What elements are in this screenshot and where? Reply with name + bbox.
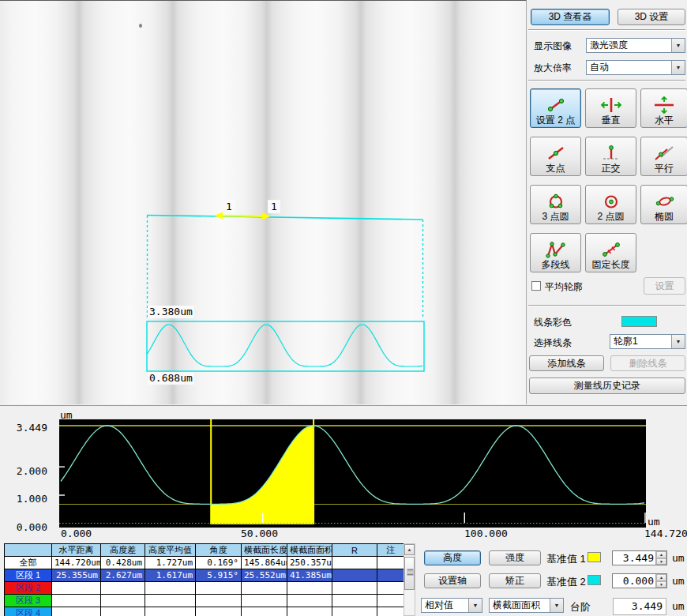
table-cell[interactable]: 5.915° bbox=[196, 569, 242, 582]
region-boundary-left[interactable] bbox=[210, 419, 212, 524]
tool-ellipse-button[interactable]: 椭圆 bbox=[640, 185, 687, 224]
table-cell[interactable] bbox=[377, 557, 405, 569]
tool-parallel-line-button[interactable]: 平行 bbox=[640, 137, 687, 176]
tool-pivot-line-button[interactable]: 支点 bbox=[530, 137, 581, 176]
chevron-down-icon[interactable]: ▼ bbox=[550, 599, 563, 612]
plot-canvas[interactable] bbox=[59, 419, 646, 528]
table-cell[interactable] bbox=[287, 582, 332, 595]
table-cell[interactable] bbox=[377, 582, 405, 595]
spin-down-icon[interactable]: ▼ bbox=[656, 581, 666, 588]
table-cell[interactable]: 1.727um bbox=[145, 557, 196, 569]
segment-line[interactable] bbox=[218, 216, 267, 216]
measure-line[interactable] bbox=[147, 216, 422, 220]
row-label[interactable]: 区段 1 bbox=[5, 569, 52, 582]
table-cell[interactable] bbox=[196, 607, 242, 616]
table-cell[interactable]: 25.355um bbox=[52, 569, 101, 582]
ref1-spinner[interactable]: 3.449 ▲▼ bbox=[612, 550, 667, 565]
table-cell[interactable] bbox=[196, 582, 242, 595]
table-cell[interactable] bbox=[332, 557, 377, 569]
row-label[interactable]: 全部 bbox=[5, 557, 52, 569]
scrollbar-thumb[interactable] bbox=[404, 557, 415, 590]
table-cell[interactable]: 41.385um2 bbox=[287, 569, 332, 582]
row-label[interactable]: 区段 3 bbox=[5, 595, 52, 607]
table-row[interactable]: 区段 3 bbox=[5, 595, 405, 607]
3d-viewer-button[interactable]: 3D 查看器 bbox=[531, 9, 610, 25]
table-cell[interactable] bbox=[101, 595, 145, 607]
chevron-down-icon[interactable]: ▼ bbox=[671, 39, 685, 52]
table-cell[interactable] bbox=[332, 569, 377, 582]
add-line-button[interactable]: 添加线条 bbox=[529, 355, 604, 371]
tool-two-point-line-button[interactable]: 设置 2 点 bbox=[530, 88, 581, 128]
row-label[interactable]: 区段 4 bbox=[5, 607, 52, 616]
table-cell[interactable]: 0.169° bbox=[196, 557, 242, 569]
tool-circle-3pt-button[interactable]: 3 点圆 bbox=[530, 185, 581, 224]
spin-up-icon[interactable]: ▲ bbox=[656, 551, 666, 558]
table-cell[interactable] bbox=[145, 582, 196, 595]
spin-down-icon[interactable]: ▼ bbox=[656, 558, 666, 565]
average-profile-settings-button[interactable]: 设置 bbox=[644, 277, 685, 295]
microscope-image[interactable]: 1 1 3.380um 0.688um bbox=[0, 0, 527, 404]
table-cell[interactable] bbox=[287, 607, 332, 616]
chevron-down-icon[interactable]: ▼ bbox=[671, 335, 685, 348]
spin-up-icon[interactable]: ▲ bbox=[656, 574, 666, 581]
table-cell[interactable]: 144.720um bbox=[52, 557, 101, 569]
table-cell[interactable] bbox=[145, 607, 196, 616]
row-label[interactable]: 区段 2 bbox=[5, 582, 52, 595]
magnification-select[interactable]: 自动 ▼ bbox=[586, 60, 685, 75]
intensity-mode-button[interactable]: 强度 bbox=[489, 550, 541, 565]
average-profile-checkbox[interactable] bbox=[531, 281, 541, 291]
table-cell[interactable] bbox=[287, 595, 332, 607]
tool-polyline-button[interactable]: 多段线 bbox=[530, 233, 581, 272]
table-cell[interactable]: 145.864um bbox=[242, 557, 287, 569]
table-row[interactable]: 区段 4 bbox=[5, 607, 405, 616]
table-row[interactable]: 全部144.720um0.428um1.727um0.169°145.864um… bbox=[5, 557, 405, 569]
3d-settings-button[interactable]: 3D 设置 bbox=[618, 9, 685, 25]
tool-vertical-line-button[interactable]: 垂直 bbox=[585, 88, 636, 128]
table-cell[interactable]: 250.357um2 bbox=[287, 557, 332, 569]
table-cell[interactable] bbox=[52, 582, 101, 595]
measurement-overlay[interactable] bbox=[0, 1, 527, 405]
display-image-select[interactable]: 激光强度 ▼ bbox=[586, 38, 685, 53]
table-cell[interactable] bbox=[377, 569, 405, 582]
table-row[interactable]: 区段 125.355um2.627um1.617um5.915°25.552um… bbox=[5, 569, 405, 582]
table-cell[interactable] bbox=[242, 595, 287, 607]
table-cell[interactable] bbox=[145, 595, 196, 607]
region-boundary-right[interactable] bbox=[313, 419, 314, 524]
table-cell[interactable]: 2.627um bbox=[101, 569, 145, 582]
ref1-color-swatch[interactable] bbox=[588, 552, 601, 562]
set-axis-button[interactable]: 设置轴 bbox=[424, 573, 481, 588]
table-scrollbar[interactable]: ▲ bbox=[404, 543, 415, 616]
table-row[interactable]: 区段 2 bbox=[5, 582, 405, 595]
table-cell[interactable] bbox=[196, 595, 242, 607]
table-cell[interactable] bbox=[52, 607, 101, 616]
relative-value-select[interactable]: 相对值 ▼ bbox=[421, 598, 482, 613]
table-cell[interactable] bbox=[101, 607, 145, 616]
correct-button[interactable]: 矫正 bbox=[489, 573, 541, 588]
table-cell[interactable]: 0.428um bbox=[101, 557, 145, 569]
table-cell[interactable] bbox=[332, 582, 377, 595]
cross-section-select[interactable]: 横截面面积 ▼ bbox=[489, 598, 564, 613]
ref2-color-swatch[interactable] bbox=[588, 575, 601, 585]
tool-fixed-length-button[interactable]: 固定长度 bbox=[585, 233, 636, 272]
tool-circle-2pt-button[interactable]: 2 点圆 bbox=[585, 185, 636, 224]
tool-horizontal-line-button[interactable]: 水平 bbox=[640, 88, 687, 128]
table-cell[interactable]: 25.552um bbox=[242, 569, 287, 582]
chevron-down-icon[interactable]: ▼ bbox=[468, 599, 482, 612]
table-cell[interactable] bbox=[332, 595, 377, 607]
scroll-up-icon[interactable]: ▲ bbox=[404, 544, 415, 555]
table-cell[interactable] bbox=[52, 595, 101, 607]
delete-line-button[interactable]: 删除线条 bbox=[610, 355, 685, 371]
table-cell[interactable] bbox=[242, 582, 287, 595]
table-cell[interactable] bbox=[332, 607, 377, 616]
line-color-swatch[interactable] bbox=[621, 316, 657, 327]
height-mode-button[interactable]: 高度 bbox=[424, 550, 481, 565]
table-cell[interactable] bbox=[377, 607, 405, 616]
table-cell[interactable] bbox=[242, 607, 287, 616]
tool-orthogonal-line-button[interactable]: 正交 bbox=[585, 137, 636, 176]
chevron-down-icon[interactable]: ▼ bbox=[671, 61, 685, 74]
table-cell[interactable]: 1.617um bbox=[145, 569, 196, 582]
table-cell[interactable] bbox=[377, 595, 405, 607]
select-line-select[interactable]: 轮廓1 ▼ bbox=[610, 334, 685, 349]
ref2-spinner[interactable]: 0.000 ▲▼ bbox=[612, 573, 667, 588]
measure-history-button[interactable]: 测量线历史记录 bbox=[529, 377, 685, 394]
